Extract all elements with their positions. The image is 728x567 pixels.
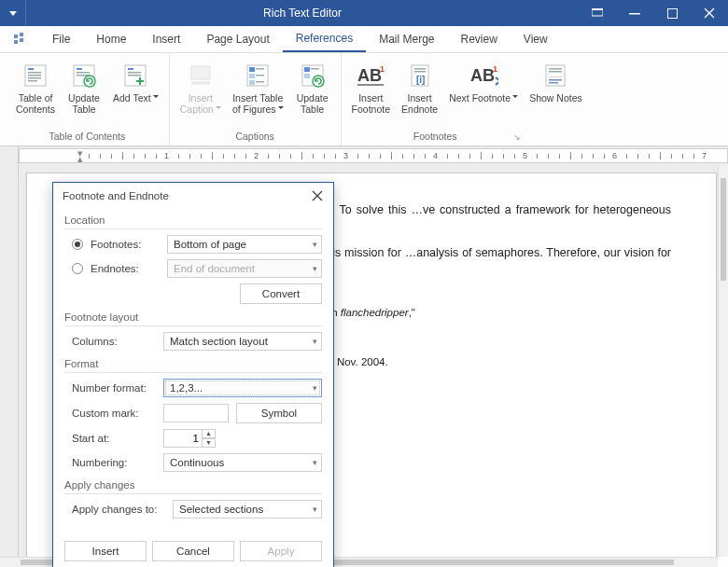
ruler-number: 5 xyxy=(523,151,527,160)
radio-endnotes[interactable] xyxy=(72,263,83,274)
vertical-scrollbar[interactable] xyxy=(718,165,728,557)
tab-insert[interactable]: Insert xyxy=(139,26,193,52)
svg-rect-32 xyxy=(249,80,255,85)
maximize-button[interactable] xyxy=(653,0,691,26)
minimize-button[interactable] xyxy=(616,0,653,26)
group-label-captions: Captions xyxy=(235,130,273,145)
symbol-button[interactable]: Symbol xyxy=(236,403,322,423)
svg-rect-25 xyxy=(191,66,210,79)
menubar-home-icon[interactable] xyxy=(13,32,26,48)
ribbon-options-button[interactable] xyxy=(579,0,616,26)
svg-rect-7 xyxy=(20,38,23,42)
spin-down[interactable]: ▼ xyxy=(203,438,216,448)
insert-button[interactable]: Insert xyxy=(64,541,147,561)
svg-rect-6 xyxy=(14,40,18,44)
svg-rect-41 xyxy=(357,84,384,86)
footnote-endnote-dialog: Footnote and Endnote Location Footnotes:… xyxy=(52,182,334,567)
svg-text:1: 1 xyxy=(380,64,385,74)
chevron-down-icon: ▾ xyxy=(313,458,317,467)
select-number-format[interactable]: 1,2,3...▾ xyxy=(163,379,322,397)
tab-view[interactable]: View xyxy=(511,26,561,52)
btn-next-footnote[interactable]: AB1 Next Footnote xyxy=(446,59,521,105)
select-columns[interactable]: Match section layout▾ xyxy=(163,332,322,351)
group-label-footnotes[interactable]: Footnotes xyxy=(413,130,521,145)
label-endnotes: Endnotes: xyxy=(91,263,167,274)
tab-home[interactable]: Home xyxy=(83,26,139,52)
dialog-title: Footnote and Endnote xyxy=(63,190,169,201)
chevron-down-icon: ▾ xyxy=(313,505,317,514)
spinner-start-at[interactable]: ▲▼ xyxy=(163,429,219,448)
next-footnote-icon: AB1 xyxy=(469,61,498,90)
apply-button[interactable]: Apply xyxy=(240,541,322,561)
input-custom-mark[interactable] xyxy=(163,404,229,422)
btn-update-table[interactable]: Update Table xyxy=(63,59,105,117)
btn-update-tof-table[interactable]: Update Table xyxy=(292,59,333,117)
insert-caption-icon xyxy=(186,61,216,90)
insert-endnote-icon: [i] xyxy=(405,61,435,90)
btn-insert-footnote[interactable]: AB1 Insert Footnote xyxy=(349,59,393,117)
label-footnotes: Footnotes: xyxy=(91,239,167,250)
titlebar: Rich Text Editor xyxy=(0,0,728,26)
section-footnote-layout: Footnote layout xyxy=(64,310,322,326)
svg-rect-52 xyxy=(549,82,558,84)
tab-mail-merge[interactable]: Mail Merge xyxy=(366,26,447,52)
btn-insert-table-of-figures[interactable]: Insert Table of Figures xyxy=(230,59,287,117)
show-notes-icon xyxy=(540,61,570,90)
select-apply-changes-to[interactable]: Selected sections▾ xyxy=(173,500,322,519)
svg-rect-2 xyxy=(629,13,640,15)
input-start-at[interactable] xyxy=(163,429,203,448)
btn-add-text[interactable]: Add Text xyxy=(110,59,161,105)
label-numbering: Numbering: xyxy=(64,457,163,468)
dialog-close-button[interactable] xyxy=(309,187,326,204)
select-endnotes-location: End of document▾ xyxy=(167,259,322,278)
tab-page-layout[interactable]: Page Layout xyxy=(193,26,282,52)
label-custom-mark: Custom mark: xyxy=(64,408,163,419)
tab-file[interactable]: File xyxy=(39,26,83,52)
btn-insert-caption[interactable]: Insert Caption xyxy=(177,59,224,117)
menubar: File Home Insert Page Layout References … xyxy=(0,26,728,53)
convert-button[interactable]: Convert xyxy=(240,284,322,304)
btn-insert-endnote[interactable]: [i] Insert Endnote xyxy=(399,59,441,117)
update-tof-icon xyxy=(298,61,328,90)
quick-access-dropdown[interactable] xyxy=(0,0,26,26)
spin-up[interactable]: ▲ xyxy=(203,429,216,438)
svg-rect-37 xyxy=(304,74,310,78)
svg-rect-16 xyxy=(77,72,90,74)
chevron-down-icon: ▾ xyxy=(313,383,317,393)
svg-rect-1 xyxy=(592,8,603,10)
select-numbering[interactable]: Continuous▾ xyxy=(163,453,322,472)
svg-rect-22 xyxy=(128,75,141,76)
svg-rect-29 xyxy=(256,68,264,70)
tab-references[interactable]: References xyxy=(283,26,366,52)
svg-text:[i]: [i] xyxy=(416,75,425,85)
horizontal-ruler[interactable]: ▾ ▴ 1234567 xyxy=(19,148,728,163)
svg-rect-26 xyxy=(191,81,210,85)
svg-rect-20 xyxy=(128,68,133,70)
btn-show-notes[interactable]: Show Notes xyxy=(526,59,585,105)
svg-rect-12 xyxy=(28,77,41,79)
svg-rect-33 xyxy=(256,81,264,83)
radio-footnotes[interactable] xyxy=(72,239,83,250)
svg-text:1: 1 xyxy=(493,64,497,74)
select-footnotes-location[interactable]: Bottom of page▾ xyxy=(167,235,322,254)
section-format: Format xyxy=(64,356,322,373)
indent-marker-bottom[interactable]: ▴ xyxy=(77,153,83,163)
scroll-thumb[interactable] xyxy=(721,178,726,281)
app-title: Rich Text Editor xyxy=(26,7,579,20)
svg-rect-53 xyxy=(549,76,562,77)
svg-rect-9 xyxy=(28,68,34,70)
svg-rect-31 xyxy=(256,75,264,76)
tab-review[interactable]: Review xyxy=(448,26,511,52)
ruler-number: 2 xyxy=(254,151,259,160)
close-button[interactable] xyxy=(691,0,728,26)
svg-rect-10 xyxy=(28,72,41,74)
add-text-icon xyxy=(120,61,150,90)
svg-rect-44 xyxy=(414,71,426,73)
vertical-ruler[interactable] xyxy=(0,165,19,557)
cancel-button[interactable]: Cancel xyxy=(152,541,234,561)
section-location: Location xyxy=(64,213,322,229)
btn-table-of-contents[interactable]: Table of Contents xyxy=(13,59,58,117)
svg-text:AB: AB xyxy=(470,66,495,85)
update-table-icon xyxy=(69,61,99,90)
ruler-number: 1 xyxy=(164,151,169,160)
